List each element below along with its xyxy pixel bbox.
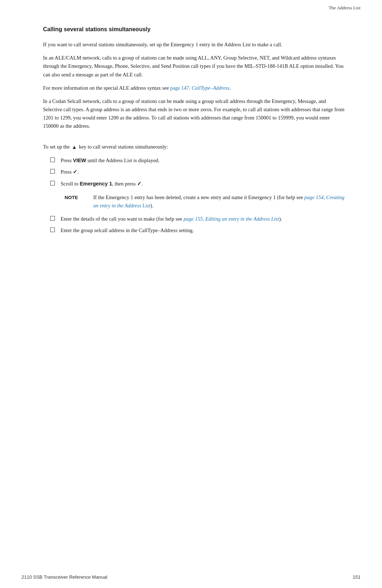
page-footer: 2110 SSB Transceiver Reference Manual 15… [0, 574, 382, 581]
footer-right: 151 [353, 574, 360, 581]
warning-icon: ▲ [72, 143, 77, 151]
paragraph-4: In a Codan Selcall network, calls to a g… [43, 97, 346, 131]
para2-text: In an ALE/CALM network, calls to a group… [43, 55, 344, 77]
step-4-link[interactable]: page 155, Editing an entry in the Addres… [184, 216, 279, 222]
steps-intro-before: To set up the [43, 144, 71, 150]
note-text-after: ). [150, 203, 153, 208]
note-content: If the Emergency 1 entry has been delete… [93, 193, 346, 210]
para3-prefix: For more information on the special ALE … [43, 85, 169, 91]
page-container: The Address List Calling several station… [0, 0, 382, 588]
step-3-checkbox [50, 181, 55, 185]
para3-link[interactable]: page 147, CallType–Address [170, 85, 230, 91]
step-1-checkbox [50, 157, 55, 162]
paragraph-2: In an ALE/CALM network, calls to a group… [43, 54, 346, 79]
spacer [43, 136, 346, 143]
para4-text: In a Codan Selcall network, calls to a g… [43, 98, 344, 129]
step-1: Press VIEW until the Address List is dis… [43, 156, 346, 164]
steps-intro-after: key to call several stations simultaneou… [79, 144, 168, 150]
step-2: Press ✓. [43, 168, 346, 176]
header-title: The Address List [329, 5, 360, 10]
footer-left: 2110 SSB Transceiver Reference Manual [22, 574, 107, 581]
paragraph-3: For more information on the special ALE … [43, 84, 346, 92]
step-3-text: Scroll to Emergency 1, then press ✓. [61, 180, 143, 188]
note-text-before: If the Emergency 1 entry has been delete… [93, 194, 304, 200]
content-area: Calling several stations simultaneously … [0, 14, 382, 267]
step-5: Enter the group selcall address in the C… [43, 226, 346, 234]
note-label: NOTE [65, 193, 93, 210]
step-3-bold: Emergency 1 [80, 181, 112, 187]
para1-text: If you want to call several stations sim… [43, 42, 282, 47]
step-2-checkbox [50, 169, 55, 174]
step-4-text: Enter the details of the call you want t… [61, 215, 282, 223]
step-5-checkbox [50, 227, 55, 232]
note-block: NOTE If the Emergency 1 entry has been d… [61, 193, 346, 210]
step-2-text: Press ✓. [61, 168, 79, 176]
para3-suffix: . [230, 85, 231, 91]
steps-intro: To set up the ▲ key to call several stat… [43, 143, 346, 151]
step-1-text: Press VIEW until the Address List is dis… [61, 156, 160, 164]
step-5-text: Enter the group selcall address in the C… [61, 226, 194, 234]
step-4: Enter the details of the call you want t… [43, 215, 346, 223]
step-3-checkmark: ✓ [137, 181, 142, 187]
step-2-checkmark: ✓ [73, 169, 77, 175]
step-3: Scroll to Emergency 1, then press ✓. [43, 180, 346, 188]
paragraph-1: If you want to call several stations sim… [43, 41, 346, 49]
section-title: Calling several stations simultaneously [43, 25, 346, 34]
step-1-bold: VIEW [73, 157, 86, 163]
step-4-checkbox [50, 216, 55, 221]
page-header: The Address List [0, 0, 382, 14]
